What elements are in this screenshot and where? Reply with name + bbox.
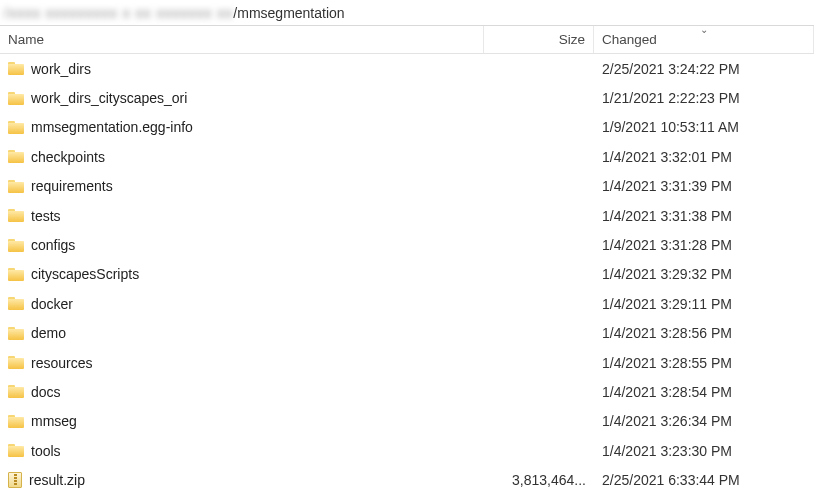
table-row[interactable]: mmseg1/4/2021 3:26:34 PM <box>0 407 814 436</box>
cell-name: mmseg <box>0 413 484 429</box>
column-header-changed[interactable]: ⌄ Changed <box>594 26 814 53</box>
cell-name: checkpoints <box>0 149 484 165</box>
folder-icon <box>8 385 24 398</box>
file-name-label: demo <box>31 325 66 341</box>
table-row[interactable]: result.zip3,813,464...2/25/2021 6:33:44 … <box>0 465 814 494</box>
cell-changed: 1/4/2021 3:32:01 PM <box>594 149 814 165</box>
cell-changed: 1/4/2021 3:29:11 PM <box>594 296 814 312</box>
table-row[interactable]: tools1/4/2021 3:23:30 PM <box>0 436 814 465</box>
cell-changed: 1/4/2021 3:29:32 PM <box>594 266 814 282</box>
folder-icon <box>8 327 24 340</box>
table-row[interactable]: docs1/4/2021 3:28:54 PM <box>0 377 814 406</box>
file-name-label: cityscapesScripts <box>31 266 139 282</box>
cell-name: requirements <box>0 178 484 194</box>
file-rows-container: work_dirs2/25/2021 3:24:22 PMwork_dirs_c… <box>0 54 814 495</box>
table-row[interactable]: configs1/4/2021 3:31:28 PM <box>0 230 814 259</box>
cell-changed: 1/4/2021 3:28:55 PM <box>594 355 814 371</box>
folder-icon <box>8 297 24 310</box>
cell-changed: 1/4/2021 3:28:56 PM <box>594 325 814 341</box>
cell-changed: 2/25/2021 6:33:44 PM <box>594 472 814 488</box>
cell-changed: 1/9/2021 10:53:11 AM <box>594 119 814 135</box>
table-row[interactable]: requirements1/4/2021 3:31:39 PM <box>0 172 814 201</box>
column-header-name-label: Name <box>8 32 44 47</box>
cell-name: configs <box>0 237 484 253</box>
file-name-label: mmseg <box>31 413 77 429</box>
cell-name: tests <box>0 208 484 224</box>
column-header-size[interactable]: Size <box>484 26 594 53</box>
zip-file-icon <box>8 472 22 488</box>
file-name-label: configs <box>31 237 75 253</box>
folder-icon <box>8 209 24 222</box>
folder-icon <box>8 444 24 457</box>
table-row[interactable]: docker1/4/2021 3:29:11 PM <box>0 289 814 318</box>
folder-icon <box>8 62 24 75</box>
table-row[interactable]: checkpoints1/4/2021 3:32:01 PM <box>0 142 814 171</box>
cell-changed: 1/4/2021 3:23:30 PM <box>594 443 814 459</box>
table-row[interactable]: cityscapesScripts1/4/2021 3:29:32 PM <box>0 260 814 289</box>
file-name-label: requirements <box>31 178 113 194</box>
folder-icon <box>8 356 24 369</box>
file-name-label: resources <box>31 355 92 371</box>
file-name-label: tests <box>31 208 61 224</box>
column-header-name[interactable]: Name <box>0 26 484 53</box>
column-header-row: Name Size ⌄ Changed <box>0 26 814 54</box>
cell-name: cityscapesScripts <box>0 266 484 282</box>
cell-changed: 1/4/2021 3:31:38 PM <box>594 208 814 224</box>
cell-name: resources <box>0 355 484 371</box>
cell-name: result.zip <box>0 472 484 488</box>
table-row[interactable]: work_dirs2/25/2021 3:24:22 PM <box>0 54 814 83</box>
cell-changed: 2/25/2021 3:24:22 PM <box>594 61 814 77</box>
column-header-changed-label: Changed <box>602 32 657 47</box>
cell-changed: 1/4/2021 3:26:34 PM <box>594 413 814 429</box>
folder-icon <box>8 121 24 134</box>
cell-changed: 1/21/2021 2:22:23 PM <box>594 90 814 106</box>
cell-name: docs <box>0 384 484 400</box>
table-row[interactable]: mmsegmentation.egg-info1/9/2021 10:53:11… <box>0 113 814 142</box>
path-visible: /mmsegmentation <box>233 5 344 21</box>
cell-changed: 1/4/2021 3:31:39 PM <box>594 178 814 194</box>
cell-changed: 1/4/2021 3:28:54 PM <box>594 384 814 400</box>
file-name-label: docs <box>31 384 61 400</box>
file-name-label: mmsegmentation.egg-info <box>31 119 193 135</box>
folder-icon <box>8 180 24 193</box>
folder-icon <box>8 268 24 281</box>
table-row[interactable]: resources1/4/2021 3:28:55 PM <box>0 348 814 377</box>
cell-name: tools <box>0 443 484 459</box>
sort-caret-down-icon: ⌄ <box>700 26 708 35</box>
cell-name: mmsegmentation.egg-info <box>0 119 484 135</box>
cell-name: work_dirs <box>0 61 484 77</box>
file-name-label: tools <box>31 443 61 459</box>
file-name-label: work_dirs_cityscapes_ori <box>31 90 187 106</box>
cell-size: 3,813,464... <box>484 472 594 488</box>
folder-icon <box>8 150 24 163</box>
cell-name: work_dirs_cityscapes_ori <box>0 90 484 106</box>
path-obscured: /xxxx xxxxxxxxx x xx xxxxxxx xx <box>4 5 233 21</box>
folder-icon <box>8 239 24 252</box>
file-name-label: docker <box>31 296 73 312</box>
path-bar[interactable]: /xxxx xxxxxxxxx x xx xxxxxxx xx /mmsegme… <box>0 0 814 26</box>
file-name-label: result.zip <box>29 472 85 488</box>
file-list-pane: Name Size ⌄ Changed work_dirs2/25/2021 3… <box>0 26 814 501</box>
table-row[interactable]: tests1/4/2021 3:31:38 PM <box>0 201 814 230</box>
folder-icon <box>8 92 24 105</box>
table-row[interactable]: work_dirs_cityscapes_ori1/21/2021 2:22:2… <box>0 83 814 112</box>
cell-name: docker <box>0 296 484 312</box>
cell-name: demo <box>0 325 484 341</box>
cell-changed: 1/4/2021 3:31:28 PM <box>594 237 814 253</box>
column-header-size-label: Size <box>559 32 585 47</box>
file-name-label: checkpoints <box>31 149 105 165</box>
file-name-label: work_dirs <box>31 61 91 77</box>
folder-icon <box>8 415 24 428</box>
table-row[interactable]: demo1/4/2021 3:28:56 PM <box>0 319 814 348</box>
